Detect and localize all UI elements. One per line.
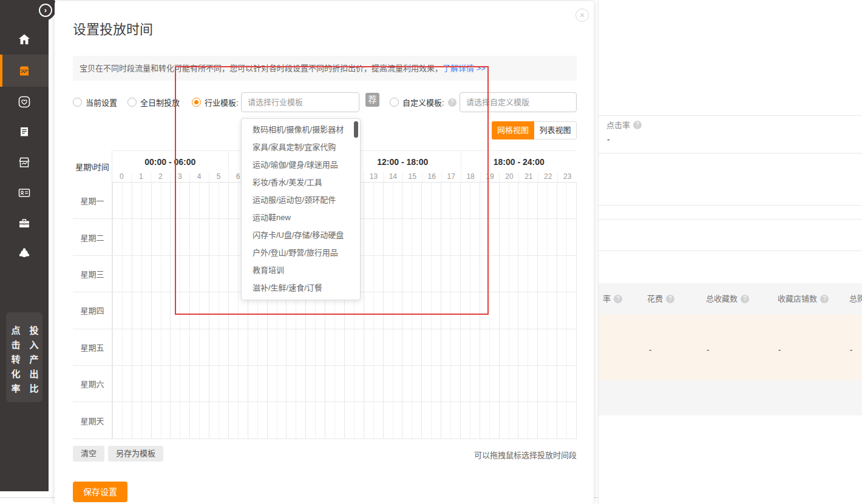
bg-table-footer-band: [599, 380, 862, 415]
dropdown-option[interactable]: 运动服/运动包/颈环配件: [242, 191, 360, 209]
day-label: 星期三: [73, 256, 112, 292]
sidebar: › 点击转化率 投入产出比: [0, 0, 49, 491]
dropdown-scrollbar[interactable]: [354, 121, 358, 138]
divider: [599, 219, 862, 220]
sidebar-collapse-button[interactable]: ›: [39, 4, 52, 17]
hour-label: 14: [383, 172, 402, 182]
radio-current-settings[interactable]: 当前设置: [73, 96, 117, 108]
metric-click-conversion: 点击转化率: [9, 326, 22, 402]
hour-label: 13: [364, 172, 383, 182]
table-cell-value: -: [850, 345, 852, 354]
ctr-metric-label: 点击率 ?: [606, 119, 642, 130]
dropdown-option[interactable]: 运动/瑜伽/健身/球迷用品: [242, 156, 360, 173]
dropdown-option[interactable]: 教育培训: [242, 261, 360, 279]
radio-all-day[interactable]: 全日制投放: [127, 96, 180, 108]
hour-label: 17: [441, 172, 461, 182]
help-icon[interactable]: ?: [741, 295, 749, 303]
background-report-panel: 点击率 ? - 率?花费?总收藏数?收藏店铺数?总购 ----: [598, 0, 862, 504]
hour-label: 16: [422, 172, 441, 182]
sidebar-item-tools[interactable]: [0, 208, 49, 238]
store-icon: [17, 155, 32, 170]
clear-button[interactable]: 清空: [73, 446, 104, 462]
column-header: 收藏店铺数?: [778, 283, 829, 315]
schedule-cells[interactable]: [112, 402, 577, 438]
dropdown-option[interactable]: 数码相机/摄像机/摄影器材: [242, 121, 360, 138]
modal-title: 设置投放时间: [73, 18, 153, 38]
radio-industry-template[interactable]: 行业模板:: [192, 96, 239, 108]
day-label: 星期四: [73, 292, 112, 328]
radio-label: 自定义模板:: [402, 96, 444, 108]
hour-label: 23: [557, 172, 577, 182]
sidebar-item-account[interactable]: [0, 178, 49, 208]
recommended-badge: 荐: [365, 93, 379, 107]
hour-label: 3: [170, 172, 189, 182]
hour-label: 21: [518, 172, 538, 182]
hour-label: 5: [209, 172, 228, 182]
shop-icon: [17, 64, 32, 78]
bg-table-row: ----: [599, 315, 862, 380]
help-icon[interactable]: ?: [633, 121, 642, 129]
grid-view-button[interactable]: 网格视图: [492, 121, 534, 139]
hour-label: 18: [461, 172, 480, 182]
dropdown-option[interactable]: 户外/登山/野营/旅行用品: [242, 244, 360, 261]
column-header: 花费?: [647, 283, 674, 315]
radio-custom-template[interactable]: 自定义模板: ?: [390, 96, 456, 108]
table-cell-value: -: [778, 345, 781, 354]
hour-label: 22: [538, 172, 557, 182]
table-cell-value: -: [649, 345, 651, 354]
banner-text: 宝贝在不同时段流量和转化可能有所不同，您可以针对各时段设置不同的折扣出价，提高流…: [80, 64, 443, 73]
bg-table-header: 率?花费?总收藏数?收藏店铺数?总购: [599, 283, 862, 315]
industry-dropdown-list: 数码相机/摄像机/摄影器材家具/家具定制/宜家代购运动/瑜伽/健身/球迷用品彩妆…: [242, 121, 360, 300]
divider: [599, 153, 862, 153]
briefcase-icon: [17, 216, 32, 230]
sidebar-item-campaign[interactable]: [0, 55, 49, 87]
hour-label: 19: [480, 172, 500, 182]
sidebar-item-home[interactable]: [0, 24, 49, 55]
list-view-button[interactable]: 列表视图: [534, 121, 577, 139]
radio-circle[interactable]: [390, 98, 399, 107]
close-icon[interactable]: ×: [575, 8, 589, 22]
dropdown-option[interactable]: 运动鞋new: [242, 209, 360, 226]
sidebar-item-favorites[interactable]: [0, 87, 49, 117]
dropdown-option[interactable]: 彩妆/香水/美发/工具: [242, 173, 360, 191]
industry-template-input[interactable]: [241, 92, 359, 112]
hour-label: 0: [112, 172, 131, 182]
receipt-icon: [17, 125, 32, 139]
id-card-icon: [17, 186, 32, 200]
sidebar-metrics-panel[interactable]: 点击转化率 投入产出比: [6, 312, 42, 402]
sidebar-item-orders[interactable]: [0, 117, 49, 147]
home-icon: [17, 32, 32, 47]
column-header: 总收藏数?: [706, 283, 749, 315]
divider: [599, 115, 862, 116]
radio-circle[interactable]: [127, 98, 137, 107]
schedule-row: 星期五: [73, 329, 577, 366]
hour-label: 15: [402, 172, 422, 182]
radio-circle[interactable]: [73, 98, 82, 107]
help-icon[interactable]: ?: [666, 295, 674, 303]
day-label: 星期六: [73, 366, 112, 402]
schedule-cells[interactable]: [112, 329, 577, 365]
divider: [599, 250, 862, 251]
sidebar-item-community[interactable]: [0, 238, 49, 269]
dropdown-option[interactable]: 玩具/童车/益智/积木: [242, 297, 360, 300]
table-cell-value: -: [707, 345, 709, 354]
time-band-2: 12:00 - 18:00: [344, 151, 461, 172]
dropdown-option[interactable]: 家具/家具定制/宜家代购: [242, 138, 360, 156]
dropdown-option[interactable]: 闪存卡/U盘/存储/移动硬盘: [242, 226, 360, 244]
save-settings-button[interactable]: 保存设置: [73, 482, 127, 502]
save-as-template-button[interactable]: 另存为模板: [108, 446, 163, 462]
help-icon[interactable]: ?: [448, 98, 456, 107]
radio-circle-checked[interactable]: [192, 98, 201, 107]
hour-label: 20: [499, 172, 518, 182]
learn-more-link[interactable]: 了解详情 >>: [443, 64, 486, 73]
metric-roi: 投入产出比: [27, 326, 40, 402]
help-icon[interactable]: ?: [614, 295, 622, 303]
help-icon[interactable]: ?: [820, 295, 829, 303]
custom-template-input[interactable]: [460, 92, 577, 112]
radio-label: 当前设置: [86, 96, 117, 108]
community-icon: [17, 246, 32, 261]
time-band-0: 00:00 - 06:00: [112, 151, 228, 172]
schedule-cells[interactable]: [112, 366, 577, 402]
sidebar-item-store[interactable]: [0, 147, 49, 178]
dropdown-option[interactable]: 滋补/生鲜/速食/订餐: [242, 279, 360, 297]
